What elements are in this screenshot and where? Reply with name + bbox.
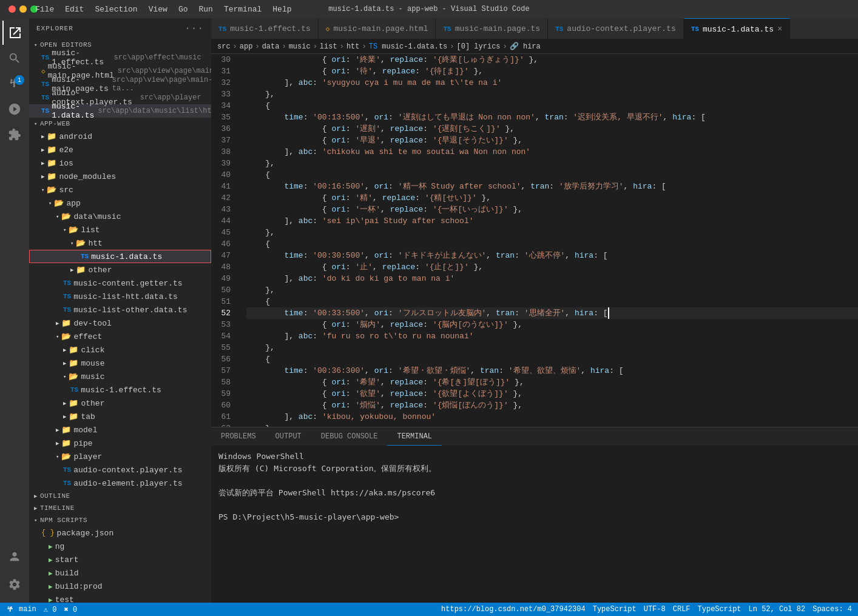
title-bar: File Edit Selection View Go Run Terminal…: [0, 0, 858, 18]
terminal-content[interactable]: Windows PowerShell 版权所有 (C) Microsoft Co…: [211, 446, 858, 603]
folder-e2e[interactable]: ▶ 📁 e2e: [29, 143, 211, 156]
folder-music-effect[interactable]: ▾ 📂 music: [29, 370, 211, 383]
code-line-34: {: [246, 100, 858, 112]
code-line-54: ], abc: 'fu ru so ro t\'to ru na nounai': [246, 330, 858, 342]
folder-src[interactable]: ▾ 📂 src: [29, 183, 211, 196]
open-editor-music-data[interactable]: TS music-1.data.ts src\app\data\music\li…: [29, 104, 211, 118]
npm-script-build[interactable]: ▶ build: [29, 566, 211, 580]
status-file-type[interactable]: TypeScript: [698, 605, 741, 614]
folder-list[interactable]: ▾ 📂 list: [29, 223, 211, 236]
folder-tab[interactable]: ▶ 📁 tab: [29, 410, 211, 423]
status-errors[interactable]: ✖ 0: [64, 605, 77, 614]
breadcrumb-file[interactable]: TS music-1.data.ts: [369, 42, 448, 51]
tab-music-data[interactable]: TS music-1.data.ts ×: [684, 18, 791, 39]
folder-app[interactable]: ▾ 📂 app: [29, 196, 211, 210]
tab-music-main-html[interactable]: ◇ music-main.page.html: [319, 18, 436, 39]
code-line-44: ], abc: 'sei ip\'pai Study after school': [246, 215, 858, 227]
folder-mouse[interactable]: ▶ 📁 mouse: [29, 357, 211, 370]
file-music-1-data[interactable]: TS music-1.data.ts: [29, 250, 211, 263]
breadcrumb-app[interactable]: app: [240, 42, 253, 51]
tab-audio-context[interactable]: TS audio-context.player.ts: [548, 18, 684, 39]
status-encoding[interactable]: UTF-8: [644, 605, 666, 614]
breadcrumb-htt[interactable]: htt: [346, 42, 360, 51]
code-line-48: { ori: '止', replace: '{止[と]}' },: [246, 261, 858, 273]
tab-music-effect[interactable]: TS music-1.effect.ts: [211, 18, 319, 39]
menu-bar[interactable]: File Edit Selection View Go Run Terminal…: [30, 4, 297, 15]
breadcrumb-data[interactable]: data: [262, 42, 280, 51]
breadcrumb-list[interactable]: list: [320, 42, 337, 51]
file-music-list-htt[interactable]: TS music-list-htt.data.ts: [29, 290, 211, 303]
panel-tab-problems[interactable]: PROBLEMS: [211, 427, 266, 446]
folder-other-htt[interactable]: ▶ 📁 other: [29, 263, 211, 276]
code-line-43: { ori: '一杯', replace: '{一杯[いっぱい]}' },: [246, 204, 858, 215]
extensions-icon[interactable]: [2, 122, 27, 147]
breadcrumb-hira[interactable]: 🔗 hira: [510, 42, 541, 51]
status-branch[interactable]: main: [6, 605, 36, 614]
file-music-1-effect[interactable]: TS music-1.effect.ts: [29, 383, 211, 397]
code-line-52: time: '00:33:500', ori: 'フルスロットル友脳内', tr…: [246, 307, 858, 319]
outline-section[interactable]: ▶ OUTLINE: [29, 490, 211, 502]
code-line-50: },: [246, 284, 858, 296]
panel-tab-output[interactable]: OUTPUT: [266, 427, 311, 446]
tab-music-main-page[interactable]: TS music-main.page.ts: [436, 18, 548, 39]
menu-help[interactable]: Help: [268, 4, 296, 15]
menu-terminal[interactable]: Terminal: [219, 4, 266, 15]
code-line-60: { ori: '煩悩', replace: '{煩悩[ぼんのう]}' },: [246, 400, 858, 411]
menu-go[interactable]: Go: [174, 4, 193, 15]
status-cursor-position[interactable]: Ln 52, Col 82: [749, 605, 806, 614]
folder-player[interactable]: ▾ 📂 player: [29, 450, 211, 463]
folder-dev-tool[interactable]: ▶ 📁 dev-tool: [29, 316, 211, 330]
code-line-45: },: [246, 227, 858, 238]
folder-htt[interactable]: ▾ 📂 htt: [29, 236, 211, 250]
npm-script-test[interactable]: ▶ test: [29, 593, 211, 603]
file-music-content-getter[interactable]: TS music-content.getter.ts: [29, 276, 211, 290]
folder-click[interactable]: ▶ 📁 click: [29, 343, 211, 357]
status-spaces[interactable]: Spaces: 4: [812, 605, 852, 614]
code-editor[interactable]: 30 31 32 33 34 35 36 37 38 39 40 41 42 4…: [211, 54, 858, 427]
panel-tab-terminal[interactable]: TERMINAL: [387, 427, 442, 446]
menu-edit[interactable]: Edit: [60, 4, 89, 15]
folder-ios[interactable]: ▶ 📁 ios: [29, 156, 211, 170]
status-warnings[interactable]: ⚠ 0: [44, 605, 57, 614]
menu-selection[interactable]: Selection: [90, 4, 142, 15]
tab-close-music-data[interactable]: ×: [777, 24, 782, 34]
breadcrumb-src[interactable]: src: [217, 42, 231, 51]
account-icon[interactable]: [2, 544, 27, 569]
menu-run[interactable]: Run: [194, 4, 217, 15]
npm-script-start[interactable]: ▶ start: [29, 553, 211, 566]
panel-tab-debug[interactable]: DEBUG CONSOLE: [311, 427, 388, 446]
file-music-list-other[interactable]: TS music-list-other.data.ts: [29, 303, 211, 316]
breadcrumb-music[interactable]: music: [289, 42, 311, 51]
code-line-37: { ori: '早退', replace: '{早退[そうたい]}' },: [246, 135, 858, 146]
menu-file[interactable]: File: [30, 4, 59, 15]
folder-data-music[interactable]: ▾ 📂 data\music: [29, 210, 211, 223]
file-audio-context-player[interactable]: TS audio-context.player.ts: [29, 463, 211, 477]
settings-icon[interactable]: [2, 572, 27, 597]
code-content[interactable]: { ori: '終業', replace: '{終業[しゅうぎょう]}' }, …: [242, 54, 858, 427]
menu-view[interactable]: View: [144, 4, 172, 15]
folder-other-effect[interactable]: ▶ 📁 other: [29, 397, 211, 410]
status-eol[interactable]: CRLF: [673, 605, 691, 614]
npm-package-json[interactable]: { } package.json: [29, 526, 211, 540]
explorer-menu-button[interactable]: ···: [184, 23, 204, 34]
file-audio-element-player[interactable]: TS audio-element.player.ts: [29, 477, 211, 490]
status-csdn-link[interactable]: https://blog.csdn.net/m0_37942304: [441, 605, 586, 614]
run-debug-icon[interactable]: [2, 97, 27, 121]
folder-node-modules[interactable]: ▶ 📁 node_modules: [29, 170, 211, 183]
explorer-icon[interactable]: [2, 21, 27, 45]
source-control-icon[interactable]: 1: [2, 72, 27, 96]
timeline-section[interactable]: ▶ TIMELINE: [29, 502, 211, 514]
folder-effect[interactable]: ▾ 📂 effect: [29, 330, 211, 343]
status-language[interactable]: TypeScript: [593, 605, 637, 614]
status-bar: main ⚠ 0 ✖ 0 https://blog.csdn.net/m0_37…: [0, 603, 858, 616]
npm-script-build-prod[interactable]: ▶ build:prod: [29, 580, 211, 593]
search-activity-icon[interactable]: [2, 46, 27, 70]
sidebar: EXPLORER ··· ▾ OPEN EDITORS TS music-1.e…: [29, 18, 211, 603]
npm-scripts-section[interactable]: ▾ NPM SCRIPTS: [29, 514, 211, 526]
folder-android[interactable]: ▶ 📁 android: [29, 130, 211, 143]
folder-pipe[interactable]: ▶ 📁 pipe: [29, 437, 211, 450]
folder-model[interactable]: ▶ 📁 model: [29, 423, 211, 437]
npm-script-ng[interactable]: ▶ ng: [29, 540, 211, 553]
breadcrumb-lyrics[interactable]: [0] lyrics: [457, 42, 501, 51]
terminal-line-3: [218, 475, 851, 487]
